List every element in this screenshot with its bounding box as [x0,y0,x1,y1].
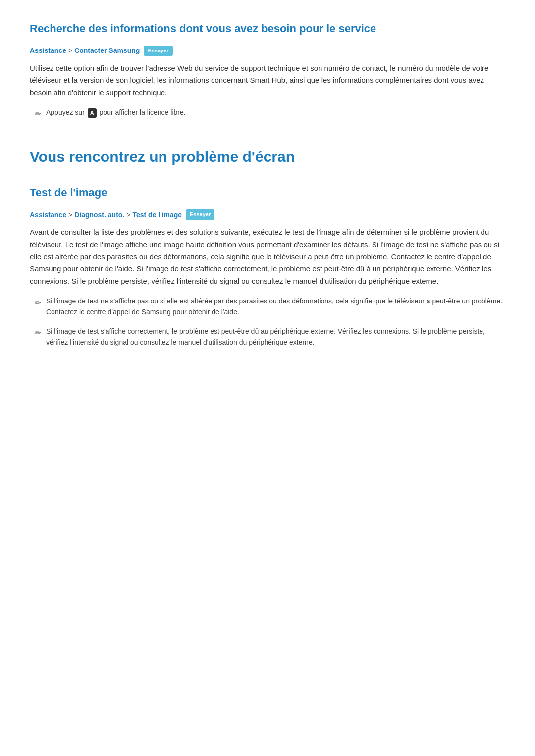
section-probleme: Vous rencontrez un problème d'écran [30,145,505,169]
breadcrumb-contacter-link[interactable]: Contacter Samsung [74,45,140,56]
section1-note: ✏ Appuyez sur A pour afficher la licence… [35,107,505,121]
section-recherche: Recherche des informations dont vous ave… [30,20,505,120]
breadcrumb-assistance-link[interactable]: Assistance [30,45,66,56]
breadcrumb-sep2: > [68,209,72,220]
breadcrumb-test-image-link[interactable]: Test de l'image [132,209,182,220]
essayer-badge-1[interactable]: Essayer [144,46,172,56]
pencil-icon-1: ✏ [35,108,41,121]
pencil-icon-3: ✏ [35,327,41,340]
section-test-title: Test de l'image [30,184,505,201]
breadcrumb-diagnost-link[interactable]: Diagnost. auto. [74,209,124,220]
section3-note2: ✏ Si l'image de test s'affiche correctem… [35,326,505,348]
breadcrumb-sep1: > [68,45,72,56]
section1-note-text: Appuyez sur A pour afficher la licence l… [46,107,186,118]
section-probleme-title: Vous rencontrez un problème d'écran [30,145,505,169]
section3-body-text: Avant de consulter la liste des problème… [30,226,505,288]
section-recherche-title: Recherche des informations dont vous ave… [30,20,505,37]
key-a-icon: A [88,108,97,118]
breadcrumb-section3: Assistance > Diagnost. auto. > Test de l… [30,209,505,220]
section3-note2-text: Si l'image de test s'affiche correctemen… [46,326,505,348]
section3-note1: ✏ Si l'image de test ne s'affiche pas ou… [35,296,505,318]
section-test-image: Test de l'image Assistance > Diagnost. a… [30,184,505,348]
breadcrumb-assistance-link-2[interactable]: Assistance [30,209,66,220]
breadcrumb-sep3: > [126,209,130,220]
essayer-badge-2[interactable]: Essayer [186,209,214,220]
breadcrumb-section1: Assistance > Contacter Samsung Essayer [30,45,505,56]
section3-note1-text: Si l'image de test ne s'affiche pas ou s… [46,296,505,318]
section1-body-text: Utilisez cette option afin de trouver l'… [30,62,505,99]
pencil-icon-2: ✏ [35,297,41,309]
